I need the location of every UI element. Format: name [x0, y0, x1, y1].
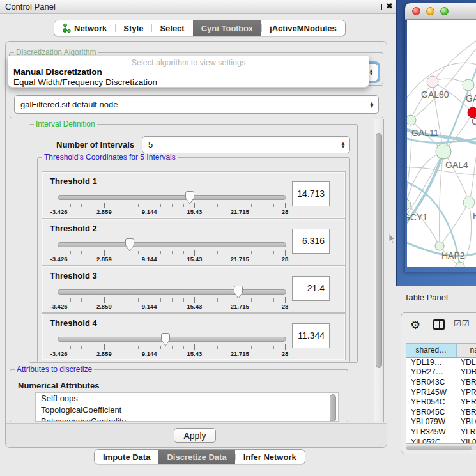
network-edge[interactable]	[443, 151, 469, 203]
table-cell[interactable]: YBR045C	[406, 407, 456, 417]
split-columns-icon[interactable]	[433, 319, 445, 330]
number-of-intervals-combobox[interactable]: 5 ▲▼	[142, 136, 350, 153]
attribute-item-selfloops[interactable]: SelfLoops	[36, 393, 338, 404]
table-cell[interactable]: YDR2	[456, 367, 476, 378]
tab-select[interactable]: Select	[151, 20, 192, 36]
app-root: Control Panel ✖ NetworkStyleSelectCyni T…	[0, 0, 476, 476]
network-edge[interactable]	[440, 151, 443, 246]
table-cell[interactable]: YBL0	[456, 417, 476, 427]
network-edge[interactable]	[407, 151, 443, 204]
table-hscrollbar[interactable]	[406, 445, 476, 450]
network-node[interactable]	[463, 79, 474, 91]
gear-icon[interactable]: ⚙	[410, 318, 420, 332]
column-header-1[interactable]: shared…	[406, 344, 456, 357]
apply-button[interactable]: Apply	[174, 428, 216, 443]
bottom-tab-infer-network[interactable]: Infer Network	[235, 450, 305, 464]
tab-jactivemnodules[interactable]: jActiveMNodules	[261, 20, 345, 36]
network-canvas[interactable]: GAL80GACGAL11GAL4GCY1HHAP2	[407, 20, 476, 267]
network-node[interactable]	[427, 76, 438, 88]
attributes-scrollbar-thumb[interactable]	[330, 394, 336, 422]
network-node-label: GAL11	[411, 128, 439, 138]
tab-style[interactable]: Style	[115, 20, 151, 36]
network-node[interactable]	[407, 199, 411, 210]
algorithm-dropdown-hint: Select algorithm to view settings	[8, 58, 369, 67]
table-cell[interactable]: YBL079W	[406, 417, 456, 427]
table-hscrollbar-thumb[interactable]	[406, 446, 472, 450]
table-row[interactable]: YBR043CYBR0	[406, 377, 476, 387]
table-cell[interactable]: YER0	[456, 397, 476, 407]
bottom-tab-impute-data[interactable]: Impute Data	[95, 450, 158, 464]
threshold-slider-track[interactable]	[58, 289, 286, 295]
table-cell[interactable]: YPR145W	[406, 387, 456, 397]
table-row[interactable]: YBR045CYBR0	[406, 407, 476, 417]
threshold-slider-ticks	[58, 297, 286, 303]
network-edge[interactable]	[433, 34, 476, 82]
table-cell[interactable]: YPR1	[456, 387, 476, 397]
table-panel-title: Table Panel	[404, 293, 448, 302]
table-cell[interactable]: YLR3	[456, 427, 476, 437]
table-cell[interactable]: YDR27…	[406, 367, 456, 378]
table-row[interactable]: YDR27…YDR2	[406, 367, 476, 378]
tab-label: Network	[74, 24, 107, 33]
tab-cyni-toolbox[interactable]: Cyni Toolbox	[193, 20, 261, 36]
threshold-slider-tick-labels: -3.4262.8599.14415.4321.71528	[58, 208, 286, 216]
table-cell[interactable]: YBR043C	[406, 377, 456, 387]
close-icon[interactable]: ✖	[386, 1, 393, 11]
float-window-icon[interactable]	[376, 4, 382, 10]
algorithm-option-manual-discretization[interactable]: Manual Discretization	[13, 67, 102, 77]
table-cell[interactable]: YIL052C	[406, 437, 456, 444]
table-cell[interactable]: YIL0	[456, 437, 476, 444]
threshold-value-field[interactable]: 11.344	[292, 323, 330, 348]
table-row[interactable]: YPR145WYPR1	[406, 387, 476, 397]
settings-scrollbar-thumb[interactable]	[376, 133, 382, 368]
close-traffic-light[interactable]	[412, 7, 420, 15]
threshold-slider-track[interactable]	[58, 242, 286, 247]
minimize-traffic-light[interactable]	[426, 7, 434, 15]
network-node-label: GA	[466, 93, 476, 104]
table-cell[interactable]: YLR345W	[406, 427, 456, 437]
table-row[interactable]: YBL079WYBL0	[406, 417, 476, 427]
settings-scrollbar[interactable]	[374, 119, 383, 422]
network-view-window[interactable]: GAL80GACGAL11GAL4GCY1HHAP2	[405, 3, 476, 272]
network-node[interactable]	[436, 144, 451, 159]
threshold-label: Threshold 1	[50, 176, 97, 186]
zoom-traffic-light[interactable]	[440, 7, 449, 15]
mouse-cursor	[388, 234, 395, 244]
table-panel-titlebar: Table Panel	[396, 286, 476, 309]
tab-network[interactable]: Network	[54, 20, 115, 36]
node-table[interactable]: shared…na YDL19…YDL1YDR27…YDR2YBR043CYBR…	[406, 343, 476, 444]
threshold-value-field[interactable]: 21.4	[292, 276, 330, 301]
select-columns-icon[interactable]: ☑☑	[454, 319, 470, 328]
network-edge[interactable]	[411, 82, 433, 120]
column-header-2[interactable]: na	[456, 344, 476, 357]
threshold-value-field[interactable]: 14.713	[292, 181, 330, 206]
table-cell[interactable]: YDL1	[456, 357, 476, 367]
network-edge[interactable]	[469, 122, 476, 203]
table-cell[interactable]: YER054C	[406, 397, 456, 407]
bottom-tab-label: Infer Network	[243, 452, 296, 462]
network-node[interactable]	[463, 197, 475, 208]
table-cell[interactable]: YDL19…	[406, 357, 456, 367]
network-edge[interactable]	[407, 204, 440, 246]
table-row[interactable]: YER054CYER0	[406, 397, 476, 407]
threshold-slider-track[interactable]	[58, 337, 286, 342]
network-node[interactable]	[435, 242, 444, 250]
table-cell[interactable]: YBR0	[456, 377, 476, 387]
table-row[interactable]: YIL052CYIL0	[406, 437, 476, 444]
threshold-slider-track[interactable]	[58, 195, 286, 200]
threshold-slider-ticks	[58, 203, 286, 208]
network-window-titlebar	[405, 3, 476, 20]
network-node[interactable]	[407, 115, 416, 125]
thresholds-section: Threshold's Coordinates for 5 Intervals …	[37, 157, 350, 363]
attribute-item-topologicalcoefficient[interactable]: TopologicalCoefficient	[36, 404, 338, 416]
threshold-value-field[interactable]: 6.316	[292, 229, 330, 254]
attribute-item-betweennesscentrality[interactable]: BetweennessCentrality	[36, 416, 338, 422]
numerical-attributes-list[interactable]: SelfLoopsTopologicalCoefficientBetweenne…	[35, 392, 339, 422]
table-cell[interactable]: YBR0	[456, 407, 476, 417]
table-row[interactable]: YLR345WYLR3	[406, 427, 476, 437]
table-row[interactable]: YDL19…YDL1	[406, 357, 476, 367]
threshold-slider-tick-labels: -3.4262.8599.14415.4321.71528	[58, 303, 286, 311]
table-data-combobox[interactable]: galFiltered.sif default node ▲▼	[14, 95, 379, 114]
algorithm-option-equal-width-frequency-discretization[interactable]: Equal Width/Frequency Discretization	[13, 77, 157, 87]
bottom-tab-discretize-data[interactable]: Discretize Data	[158, 450, 234, 464]
